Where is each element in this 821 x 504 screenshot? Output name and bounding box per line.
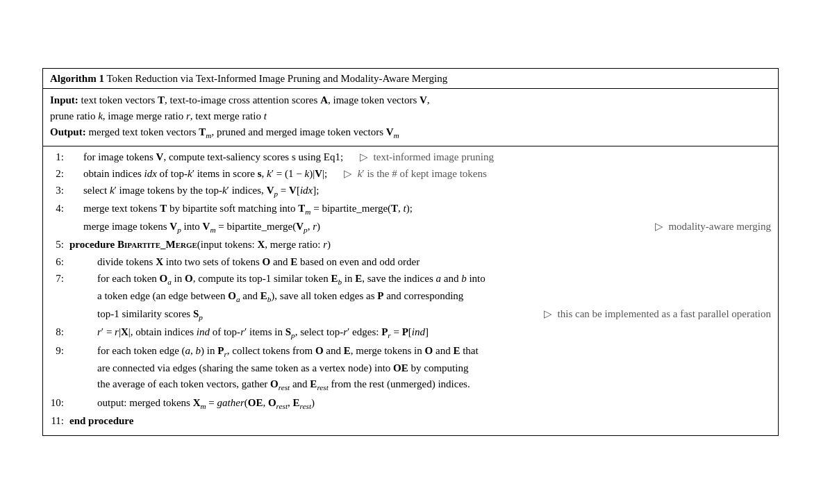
line-number-3: 3:: [50, 183, 69, 199]
comment-1: ▷ text-informed image pruning: [346, 151, 494, 162]
algo-line-11: 11: end procedure: [50, 413, 771, 429]
line-content-10: output: merged tokens Xm = gather(OE, Or…: [69, 395, 771, 412]
algo-line-10: 10: output: merged tokens Xm = gather(OE…: [50, 395, 771, 412]
line-content-5: procedure Bipartite_Merge(input tokens: …: [69, 237, 771, 253]
line-number-7: 7:: [50, 271, 69, 287]
comment-4: ▷ modality-aware merging: [641, 219, 771, 236]
line-number-2: 2:: [50, 166, 69, 182]
algo-line-1: 1: for image tokens V, compute text-sali…: [50, 149, 771, 165]
algorithm-header: Algorithm 1 Token Reduction via Text-Inf…: [43, 69, 778, 89]
algo-line-2: 2: obtain indices idx of top-k′ items in…: [50, 166, 771, 182]
comment-2: ▷ k′ is the # of kept image tokens: [330, 168, 487, 179]
line-content-9: for each token edge (a, b) in Pr, collec…: [69, 343, 771, 394]
input-text: text token vectors T, text-to-image cros…: [81, 94, 430, 106]
line4-part1: merge text tokens T by bipartite soft ma…: [83, 201, 771, 218]
line7-row2: a token edge (an edge between Oa and Eb)…: [97, 288, 771, 305]
algorithm-io: Input: text token vectors T, text-to-ima…: [43, 89, 778, 146]
line9-row2: are connected via edges (sharing the sam…: [97, 360, 771, 376]
line-content-6: divide tokens X into two sets of tokens …: [69, 254, 771, 270]
algo-line-9: 9: for each token edge (a, b) in Pr, col…: [50, 343, 771, 394]
input-text2: prune ratio k, image merge ratio r, text…: [50, 110, 267, 121]
output-text: merged text token vectors Tm, pruned and…: [88, 126, 399, 137]
algo-line-3: 3: select k′ image tokens by the top-k′ …: [50, 183, 771, 200]
input-label: Input:: [50, 94, 78, 106]
line-content-4: merge text tokens T by bipartite soft ma…: [69, 201, 771, 236]
line-number-5: 5:: [50, 237, 69, 253]
algorithm-title: Token Reduction via Text-Informed Image …: [106, 73, 447, 84]
line7-row3: top-1 similarity scores Sp ▷ this can be…: [97, 306, 771, 324]
algo-line-5: 5: procedure Bipartite_Merge(input token…: [50, 237, 771, 253]
algorithm-box: Algorithm 1 Token Reduction via Text-Inf…: [42, 68, 779, 437]
line-number-11: 11:: [50, 413, 69, 429]
line-number-10: 10:: [50, 395, 69, 411]
line-number-1: 1:: [50, 149, 69, 165]
algo-line-4: 4: merge text tokens T by bipartite soft…: [50, 201, 771, 236]
output-label: Output:: [50, 126, 86, 137]
line-number-8: 8:: [50, 324, 69, 340]
algo-line-7: 7: for each token Oa in O, compute its t…: [50, 271, 771, 324]
algo-line-8: 8: r′ = r|X|, obtain indices ind of top-…: [50, 324, 771, 342]
output-line: Output: merged text token vectors Tm, pr…: [50, 124, 771, 142]
line-content-8: r′ = r|X|, obtain indices ind of top-r′ …: [69, 324, 771, 342]
algo-line-6: 6: divide tokens X into two sets of toke…: [50, 254, 771, 270]
end-procedure-text: end procedure: [69, 415, 133, 426]
line-content-2: obtain indices idx of top-k′ items in sc…: [69, 166, 771, 182]
bipartite-merge-name: Bipartite_Merge: [117, 239, 197, 250]
line9-row1: for each token edge (a, b) in Pr, collec…: [97, 343, 771, 360]
line-content-3: select k′ image tokens by the top-k′ ind…: [69, 183, 771, 200]
procedure-keyword: procedure: [69, 239, 115, 250]
line4-part2: merge image tokens Vp into Vm = bipartit…: [83, 219, 771, 236]
line-content-7: for each token Oa in O, compute its top-…: [69, 271, 771, 324]
line-number-9: 9:: [50, 343, 69, 359]
line7-row1: for each token Oa in O, compute its top-…: [97, 271, 771, 288]
input-line: Input: text token vectors T, text-to-ima…: [50, 92, 771, 108]
algorithm-body: 1: for image tokens V, compute text-sali…: [43, 146, 778, 436]
algorithm-number: Algorithm 1: [50, 73, 104, 84]
line-number-6: 6:: [50, 254, 69, 270]
line9-row3: the average of each token vectors, gathe…: [97, 376, 771, 394]
comment-7: ▷ this can be implemented as a fast para…: [530, 306, 771, 324]
input-line2: prune ratio k, image merge ratio r, text…: [50, 108, 771, 124]
line-number-4: 4:: [50, 201, 69, 217]
line-content-11: end procedure: [69, 413, 771, 429]
line-content-1: for image tokens V, compute text-salienc…: [69, 149, 771, 165]
